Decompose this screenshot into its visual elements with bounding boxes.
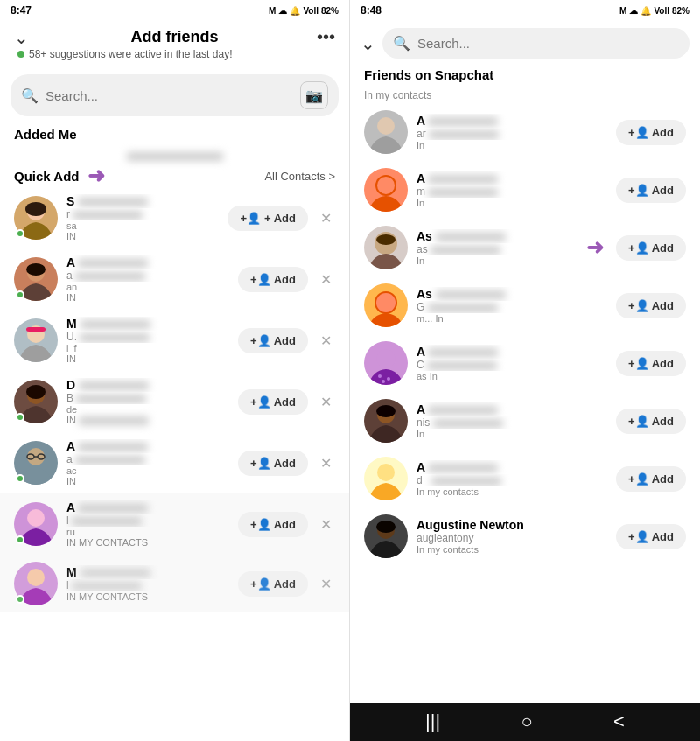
item-info: A d_ In my contacts — [416, 460, 607, 497]
avatar — [364, 399, 408, 443]
add-button[interactable]: +👤 Add — [238, 267, 308, 292]
left-status-icons: M ☁ 🔔 Voll 82% — [269, 6, 339, 16]
camera-icon[interactable]: 📷 — [300, 81, 328, 109]
back-button[interactable]: ⌄ — [14, 27, 29, 48]
add-button[interactable]: +👤 Add — [616, 409, 686, 434]
avatar-wrap — [14, 380, 58, 423]
dismiss-button[interactable]: ✕ — [317, 513, 335, 536]
avatar-svg — [14, 318, 58, 362]
svg-point-1 — [25, 202, 46, 216]
online-indicator — [16, 413, 24, 422]
right-status-bar: 8:48 M ☁ 🔔 Voll 82% — [350, 0, 700, 21]
list-item: M l IN MY CONTACTS +👤 Add ✕ — [0, 555, 349, 612]
svg-point-16 — [377, 177, 395, 194]
svg-point-7 — [26, 385, 46, 399]
add-button[interactable]: +👤 Add — [616, 293, 686, 318]
item-sub: augieantony — [416, 532, 607, 544]
svg-point-26 — [376, 405, 396, 417]
item-name: A — [416, 171, 607, 185]
add-button[interactable]: +👤 Add — [616, 524, 686, 549]
online-indicator — [16, 535, 24, 544]
dismiss-button[interactable]: ✕ — [317, 572, 335, 596]
right-search-bar[interactable]: 🔍 — [382, 28, 690, 59]
left-status-bar: 8:47 M ☁ 🔔 Voll 82% — [0, 0, 349, 21]
search-input[interactable] — [417, 36, 679, 51]
dismiss-button[interactable]: ✕ — [317, 268, 335, 291]
avatar-wrap — [364, 399, 408, 443]
item-info: As as In — [416, 229, 578, 266]
avatar-wrap — [364, 110, 408, 154]
nav-home-button[interactable]: ○ — [521, 710, 532, 733]
add-button[interactable]: +👤 Add — [616, 466, 686, 492]
list-item: As as In ➜ +👤 Add — [350, 219, 700, 276]
item-note: m... In — [416, 313, 607, 324]
left-header: ⌄ Add friends ••• 58+ suggestions were a… — [0, 21, 349, 71]
list-item: As G m... In +👤 Add — [350, 276, 700, 334]
item-tag: ru — [66, 527, 229, 537]
item-tag: de — [66, 404, 229, 415]
quick-add-list: S r sa IN +👤 + Add ✕ — [0, 187, 349, 741]
avatar-wrap — [14, 318, 58, 362]
subtitle-row: 58+ suggestions were active in the last … — [18, 48, 335, 60]
dismiss-button[interactable]: ✕ — [317, 329, 335, 353]
svg-point-21 — [376, 349, 396, 368]
dismiss-button[interactable]: ✕ — [317, 390, 335, 414]
add-button[interactable]: +👤 + Add — [228, 206, 308, 231]
more-options-button[interactable]: ••• — [317, 27, 335, 47]
online-indicator — [16, 474, 24, 483]
add-button[interactable]: +👤 Add — [238, 571, 308, 597]
svg-point-24 — [382, 380, 385, 383]
add-button[interactable]: +👤 Add — [616, 351, 686, 376]
item-note: In — [416, 255, 578, 266]
add-button[interactable]: +👤 Add — [616, 120, 686, 145]
avatar — [364, 110, 408, 154]
search-icon: 🔍 — [393, 35, 410, 52]
nav-forward-button[interactable]: < — [613, 710, 625, 733]
add-button[interactable]: +👤 Add — [238, 328, 308, 353]
item-name: A — [66, 439, 229, 453]
in-my-contacts-divider: In my contacts — [350, 86, 700, 103]
item-note: IN — [66, 415, 229, 425]
page-title: Add friends — [130, 28, 218, 46]
item-info: As G m... In — [416, 287, 607, 324]
avatar — [14, 318, 58, 362]
avatar-wrap — [364, 283, 408, 327]
avatar-wrap — [364, 168, 408, 212]
add-icon: +👤 — [240, 212, 261, 225]
add-button[interactable]: +👤 Add — [616, 235, 686, 261]
item-note: IN — [66, 353, 229, 364]
list-item: A nis In +👤 Add — [350, 392, 700, 450]
item-name: S — [66, 194, 219, 208]
added-me-header: Added Me — [0, 123, 349, 145]
item-name: M — [66, 317, 229, 331]
add-button[interactable]: +👤 Add — [616, 178, 686, 203]
nav-back-button[interactable]: ||| — [425, 710, 440, 733]
list-item: S r sa IN +👤 + Add ✕ — [0, 187, 349, 248]
dismiss-button[interactable]: ✕ — [317, 206, 335, 230]
search-input[interactable] — [46, 88, 293, 103]
item-info: A a ac IN — [66, 439, 229, 486]
item-info: S r sa IN — [66, 194, 219, 241]
list-item: A a ac IN +👤 Add ✕ — [0, 432, 349, 493]
left-search-bar[interactable]: 🔍 📷 — [10, 74, 339, 116]
dismiss-button[interactable]: ✕ — [317, 451, 335, 475]
subtitle-text: 58+ suggestions were active in the last … — [29, 48, 232, 60]
item-sub: a — [66, 453, 229, 465]
add-button[interactable]: +👤 Add — [238, 389, 308, 415]
bottom-navigation: ||| ○ < — [350, 703, 700, 741]
right-back-button[interactable]: ⌄ — [360, 33, 375, 54]
item-info: A C as In — [416, 345, 607, 381]
svg-point-29 — [376, 521, 396, 533]
item-sub: nis — [416, 416, 607, 429]
item-name: As — [416, 287, 607, 301]
item-note: In my contacts — [416, 544, 607, 555]
avatar-wrap — [364, 514, 408, 558]
add-button[interactable]: +👤 Add — [238, 512, 308, 537]
avatar-wrap — [14, 196, 58, 240]
item-name: M — [66, 565, 229, 579]
svg-point-3 — [26, 263, 46, 276]
all-contacts-link[interactable]: All Contacts > — [264, 170, 335, 183]
add-button[interactable]: +👤 Add — [238, 451, 308, 476]
quick-add-section: Quick Add All Contacts > ➜ — [0, 165, 349, 187]
list-item: D B de IN +👤 Add ✕ — [0, 371, 349, 432]
